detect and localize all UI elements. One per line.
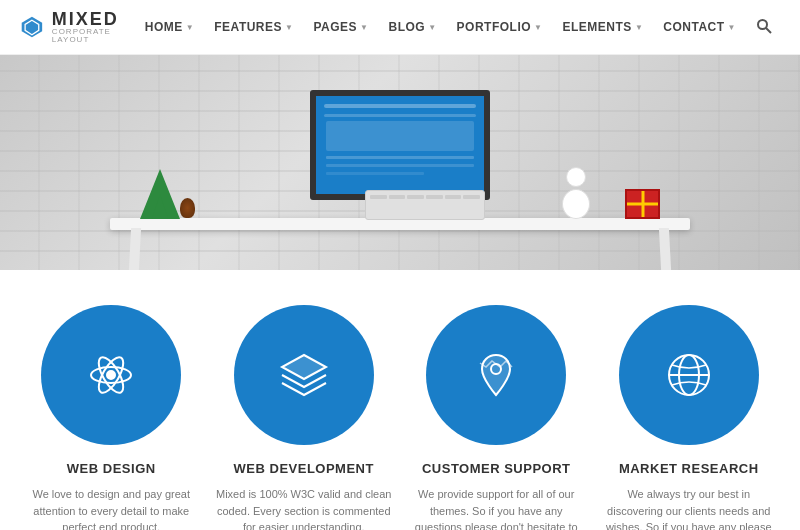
- logo-icon: [20, 13, 44, 41]
- feature-web-design: WEB DESIGN We love to design and pay gre…: [21, 305, 201, 530]
- hero-desk: [50, 90, 750, 270]
- nav-blog[interactable]: BLOG ▼: [381, 14, 445, 40]
- feature-market-research-title: MARKET RESEARCH: [619, 461, 759, 476]
- nav-features[interactable]: FEATURES ▼: [206, 14, 301, 40]
- nav-elements[interactable]: ELEMENTS ▼: [555, 14, 652, 40]
- table-leg-right: [659, 228, 671, 270]
- nav-portfolio[interactable]: PORTFOLIO ▼: [449, 14, 551, 40]
- nav-blog-arrow: ▼: [428, 23, 436, 32]
- svg-point-4: [107, 371, 115, 379]
- snowman: [562, 167, 590, 219]
- monitor-screen: [310, 90, 490, 200]
- hero-section: [0, 55, 800, 270]
- nav-pages-arrow: ▼: [360, 23, 368, 32]
- gift-box: [625, 189, 660, 219]
- xmas-tree: [140, 169, 180, 219]
- decoration-left: [180, 198, 195, 218]
- logo: MIXED CORPORATE LAYOUT: [20, 10, 137, 44]
- nav-pages[interactable]: PAGES ▼: [305, 14, 376, 40]
- svg-line-3: [766, 28, 771, 33]
- layers-icon: [274, 345, 334, 405]
- header: MIXED CORPORATE LAYOUT HOME ▼ FEATURES ▼…: [0, 0, 800, 55]
- feature-market-research-circle: [619, 305, 759, 445]
- nav-elements-arrow: ▼: [635, 23, 643, 32]
- feature-customer-support-circle: [426, 305, 566, 445]
- nav-portfolio-arrow: ▼: [534, 23, 542, 32]
- feature-web-dev-title: WEB DEVELOPMENT: [234, 461, 374, 476]
- feature-market-research-desc: We always try our best in discovering ou…: [599, 486, 779, 530]
- keyboard: [365, 190, 485, 220]
- svg-point-2: [758, 20, 767, 29]
- main-nav: HOME ▼ FEATURES ▼ PAGES ▼ BLOG ▼ PORTFOL…: [137, 12, 780, 43]
- feature-customer-support: CUSTOMER SUPPORT We provide support for …: [406, 305, 586, 530]
- feature-web-design-desc: We love to design and pay great attentio…: [21, 486, 201, 530]
- globe-icon: [659, 345, 719, 405]
- feature-web-design-title: WEB DESIGN: [67, 461, 156, 476]
- nav-contact-arrow: ▼: [728, 23, 736, 32]
- map-pin-icon: [466, 345, 526, 405]
- table-leg-left: [129, 228, 141, 270]
- search-button[interactable]: [748, 12, 780, 43]
- logo-title: MIXED: [52, 10, 137, 28]
- nav-home-arrow: ▼: [186, 23, 194, 32]
- feature-customer-support-title: CUSTOMER SUPPORT: [422, 461, 571, 476]
- feature-market-research: MARKET RESEARCH We always try our best i…: [599, 305, 779, 530]
- features-section: WEB DESIGN We love to design and pay gre…: [0, 270, 800, 530]
- nav-features-arrow: ▼: [285, 23, 293, 32]
- feature-web-design-circle: [41, 305, 181, 445]
- feature-web-development: WEB DEVELOPMENT Mixed is 100% W3C valid …: [214, 305, 394, 530]
- feature-customer-support-desc: We provide support for all of our themes…: [406, 486, 586, 530]
- nav-contact[interactable]: CONTACT ▼: [655, 14, 744, 40]
- logo-subtitle: CORPORATE LAYOUT: [52, 28, 137, 44]
- svg-marker-8: [282, 355, 326, 379]
- nav-home[interactable]: HOME ▼: [137, 14, 202, 40]
- feature-web-dev-circle: [234, 305, 374, 445]
- atom-icon: [81, 345, 141, 405]
- feature-web-dev-desc: Mixed is 100% W3C valid and clean coded.…: [214, 486, 394, 530]
